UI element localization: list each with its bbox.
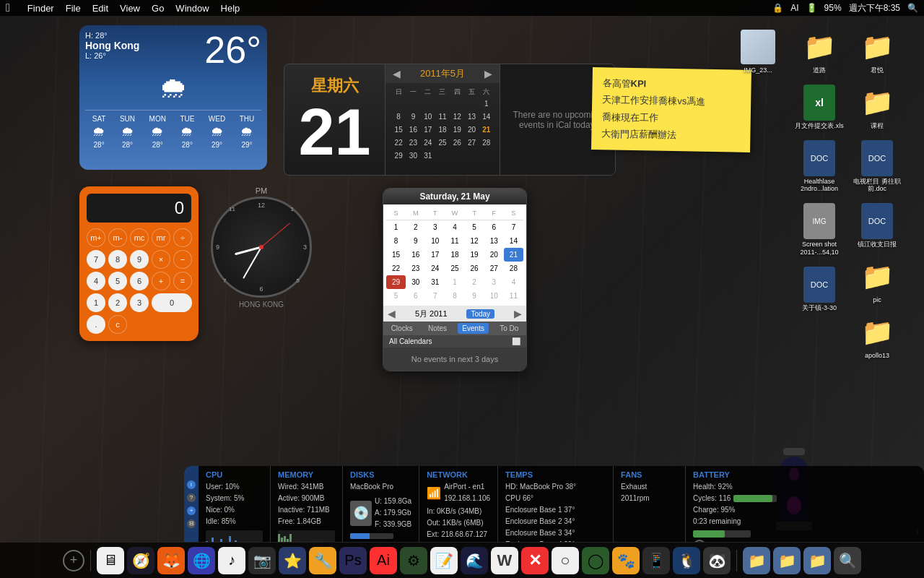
dock-gear[interactable]: ⚙ <box>400 547 427 574</box>
network-ip: 192.168.1.106 <box>444 493 490 504</box>
menu-go[interactable]: Go <box>152 3 164 14</box>
dock-paw[interactable]: 🐾 <box>612 547 640 574</box>
sticky-title: 各高管KPI <box>602 74 741 94</box>
ical-next-btn[interactable]: ▶ <box>514 308 522 319</box>
sysinfo-dot-1[interactable]: i <box>187 480 196 489</box>
icon-screenshot[interactable]: IMG Screen shot 2011-...54,10 <box>794 203 845 256</box>
calc-0[interactable]: 0 <box>152 293 192 312</box>
icon-guanyu[interactable]: DOC 关于镇-3-30 <box>794 267 845 312</box>
disks-f: F: 339.9GB <box>375 519 411 530</box>
cal-flip-middle: ◀ 2011年5月 ▶ 日 一 二 三 四 五 六 1 8910111 <box>385 64 500 175</box>
dock-photoshop[interactable]: Ps <box>339 547 367 574</box>
disk-fill <box>350 533 370 539</box>
ical-window-icon[interactable]: ⬜ <box>512 337 520 345</box>
calc-dot[interactable]: . <box>87 315 105 334</box>
cal-h-sat: 六 <box>479 86 494 98</box>
ical-tab-clocks[interactable]: Clocks <box>387 323 417 334</box>
dock-folder1[interactable]: 📁 <box>743 547 770 574</box>
icon-folder-top[interactable]: 📁 道路 <box>794 29 845 74</box>
menu-view[interactable]: View <box>120 3 140 14</box>
icon-zhenjing[interactable]: DOC 镇江收支日报 <box>852 203 902 249</box>
clock-second-hand <box>261 223 290 247</box>
sysinfo-dot-2[interactable]: ? <box>187 493 196 502</box>
disks-a: A: 179.9Gb <box>375 507 411 519</box>
dock-ie[interactable]: 🌐 <box>188 547 215 574</box>
calc-6[interactable]: 6 <box>130 272 149 290</box>
dock-search[interactable]: 🔍 <box>834 547 861 574</box>
calc-9[interactable]: 9 <box>130 250 149 269</box>
calc-4[interactable]: 4 <box>87 272 105 290</box>
apple-logo-icon[interactable]:  <box>6 1 10 14</box>
weather-days: SAT 🌧 28° SUN 🌧 28° MON 🌧 28° TUE 🌧 28° … <box>85 110 261 149</box>
icon-pic[interactable]: 📁 pic <box>852 259 902 304</box>
dock-x[interactable]: ✕ <box>521 547 549 574</box>
dock-panda[interactable]: 🐼 <box>703 547 731 574</box>
dock-tux[interactable]: 🐧 <box>673 547 700 574</box>
icon-apollo[interactable]: 📁 apollo13 <box>852 314 902 360</box>
calc-2[interactable]: 2 <box>108 293 127 312</box>
dock-itunes[interactable]: ♪ <box>218 547 245 574</box>
calc-divide[interactable]: ÷ <box>173 228 192 247</box>
dock-finder[interactable]: 🖥 <box>97 547 124 574</box>
ical-tab-todo[interactable]: To Do <box>495 323 523 334</box>
dock-o[interactable]: ○ <box>552 547 579 574</box>
calc-add[interactable]: + <box>152 272 170 290</box>
sysinfo-dot-3[interactable]: + <box>187 506 196 515</box>
menu-finder[interactable]: Finder <box>27 3 54 14</box>
calc-subtract[interactable]: − <box>173 250 192 269</box>
calc-mr[interactable]: mr <box>152 228 170 247</box>
battery-menu-icon[interactable]: 🔋 <box>806 3 817 13</box>
dock-word[interactable]: W <box>491 547 518 574</box>
dock-add-button[interactable]: + <box>63 550 84 571</box>
calc-1[interactable]: 1 <box>87 293 105 312</box>
search-icon[interactable]: 🔍 <box>907 3 918 13</box>
cal-next-icon[interactable]: ▶ <box>484 68 492 79</box>
dock-safari[interactable]: 🧭 <box>127 547 154 574</box>
ical-today-cell[interactable]: 21 <box>504 248 523 262</box>
dock-green[interactable]: ◯ <box>582 547 609 574</box>
disks-u: U: 159.8Ga <box>375 496 411 507</box>
ical-prev-btn[interactable]: ◀ <box>388 308 396 319</box>
ical-today-button[interactable]: Today <box>466 309 494 319</box>
calc-mc[interactable]: mc <box>130 228 149 247</box>
icon-excel[interactable]: xl 月文件提交表.xls <box>794 85 845 130</box>
sysinfo-dot-4[interactable]: ⊟ <box>187 519 196 528</box>
menu-file[interactable]: File <box>66 3 81 14</box>
calc-m-minus[interactable]: m- <box>108 228 127 247</box>
lock-icon[interactable]: 🔒 <box>772 3 783 13</box>
cpu-idle: Idle: 85% <box>206 516 263 527</box>
dock-folder3[interactable]: 📁 <box>803 547 831 574</box>
dock-firefox[interactable]: 🦊 <box>157 547 185 574</box>
menu-edit[interactable]: Edit <box>92 3 108 14</box>
ical-tab-notes[interactable]: Notes <box>424 323 451 334</box>
calc-multiply[interactable]: × <box>152 250 170 269</box>
ical-tab-events[interactable]: Events <box>458 323 489 334</box>
dock-photos[interactable]: 📷 <box>248 547 276 574</box>
dock-folder2[interactable]: 📁 <box>773 547 801 574</box>
calc-3[interactable]: 3 <box>130 293 149 312</box>
dock-tools[interactable]: 🔧 <box>309 547 336 574</box>
menu-window[interactable]: Window <box>175 3 209 14</box>
dock-star[interactable]: ⭐ <box>279 547 306 574</box>
menu-help[interactable]: Help <box>221 3 240 14</box>
dock-notes[interactable]: 📝 <box>430 547 458 574</box>
ical-month-label: 5月 2011 <box>415 309 448 319</box>
ical-31-cell[interactable]: 29 <box>386 275 406 289</box>
cal-prev-icon[interactable]: ◀ <box>393 68 401 79</box>
calc-5[interactable]: 5 <box>108 272 127 290</box>
icon-tv[interactable]: DOC 电视栏目 勇往职前.doc <box>852 140 902 194</box>
calc-m-plus[interactable]: m+ <box>87 228 105 247</box>
ical-grid: SMTWTFS 1234567 891011121314 15161718192… <box>383 204 526 306</box>
dock-mobile[interactable]: 📱 <box>642 547 670 574</box>
icon-junjue[interactable]: 📁 君悦 <box>852 29 902 74</box>
calc-7[interactable]: 7 <box>87 250 105 269</box>
dock-ai[interactable]: Ai <box>370 547 397 574</box>
calc-clear[interactable]: c <box>108 315 127 334</box>
calc-equals[interactable]: = <box>173 272 192 290</box>
calc-8[interactable]: 8 <box>108 250 127 269</box>
ical-all-cal-label[interactable]: All Calendars <box>389 337 432 345</box>
dock-scroll[interactable]: 🌊 <box>461 547 488 574</box>
icon-img23[interactable]: IMG_23... <box>733 29 783 74</box>
icon-healthlase[interactable]: DOC Healthlase 2ndro...lation <box>794 140 845 194</box>
icon-course[interactable]: 📁 课程 <box>852 85 902 130</box>
